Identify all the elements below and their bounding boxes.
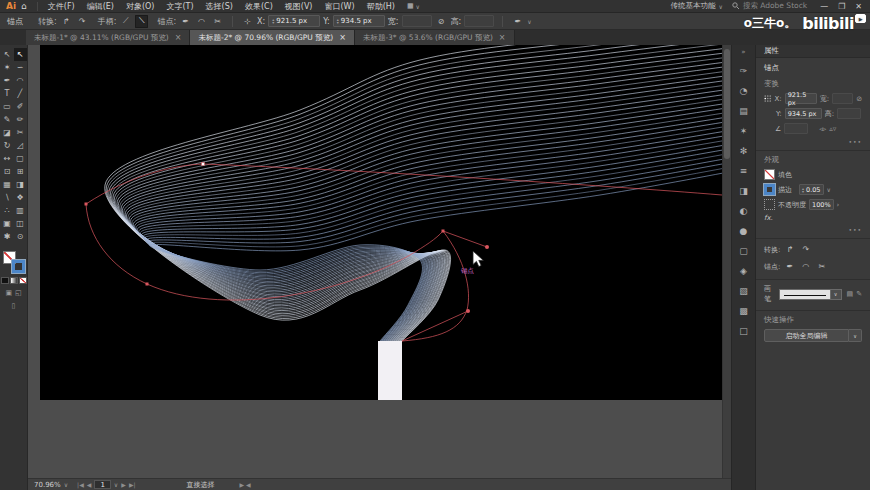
close-tab-icon[interactable]: × — [175, 33, 182, 42]
draw-behind-icon[interactable]: ◱ — [15, 289, 22, 297]
brushes-panel-icon[interactable]: ✻ — [736, 144, 752, 158]
fx-effects-button[interactable]: fx. — [764, 214, 773, 222]
pen-presets-icon[interactable]: ✒ — [511, 15, 524, 28]
stroke-weight-field[interactable]: ▴▾ 0.05 — [799, 184, 824, 195]
magic-wand-tool[interactable]: ✶ — [1, 61, 14, 74]
artboards-panel-icon[interactable]: ▢ — [736, 244, 752, 258]
transparency-panel-icon[interactable]: ◐ — [736, 204, 752, 218]
fill-swatch[interactable] — [764, 169, 775, 180]
unlink-dimensions-icon[interactable]: ⊘ — [856, 95, 862, 103]
menu-item-0[interactable]: 文件(F) — [42, 1, 81, 12]
close-button[interactable]: ✕ — [851, 2, 866, 11]
stepper-icon[interactable]: ▴▾ — [802, 187, 804, 193]
close-tab-icon[interactable]: × — [499, 33, 506, 42]
show-handles-icon[interactable]: ⟋ — [119, 15, 132, 28]
transform-more-options[interactable]: ••• — [764, 138, 862, 145]
appearance-panel-icon[interactable]: ● — [736, 224, 752, 238]
width-tool[interactable]: ↔ — [1, 152, 14, 165]
restore-button[interactable]: ❐ — [834, 2, 849, 11]
menu-item-5[interactable]: 效果(C) — [239, 1, 279, 12]
global-edit-dropdown-icon[interactable]: ∨ — [849, 329, 862, 342]
convert-to-corner-icon[interactable]: ↱ — [60, 15, 73, 28]
rectangle-tool[interactable]: ▭ — [1, 100, 14, 113]
flip-horizontal-icon[interactable]: ◃▹ — [819, 125, 826, 133]
slice-tool[interactable]: ◫ — [14, 217, 27, 230]
y-position-field[interactable]: ▴▾ 934.5 px — [333, 15, 385, 27]
opacity-options-icon[interactable]: › — [837, 201, 840, 209]
opacity-field[interactable]: 100% — [809, 199, 834, 210]
remove-anchor-icon[interactable]: ✒ — [783, 260, 796, 273]
minimize-button[interactable]: — — [816, 2, 832, 11]
cut-path-icon[interactable]: ✂ — [815, 260, 828, 273]
gradient-tool[interactable]: ◨ — [14, 178, 27, 191]
global-edit-button[interactable]: 启动全局编辑 — [764, 329, 849, 342]
stroke-color-swatch[interactable] — [12, 260, 25, 273]
menu-item-4[interactable]: 选择(S) — [200, 1, 239, 12]
mesh-tool[interactable]: ▦ — [1, 178, 14, 191]
stock-search[interactable]: 搜索 Adobe Stock — [732, 1, 807, 11]
stroke-swatch[interactable] — [764, 184, 775, 195]
last-artboard-icon[interactable]: ▶| — [129, 481, 136, 488]
paintbrush-tool[interactable]: ✐ — [14, 100, 27, 113]
screen-mode-icon[interactable]: ▯ — [12, 302, 16, 310]
panel-x-field[interactable]: 921.5 px — [785, 93, 817, 104]
convert-to-smooth-icon[interactable]: ↷ — [799, 243, 812, 256]
curvature-tool[interactable]: ◠ — [14, 74, 27, 87]
rotate-tool[interactable]: ↻ — [1, 139, 14, 152]
stepper-icon[interactable]: ▴▾ — [272, 18, 274, 24]
scrollbar-thumb[interactable] — [724, 49, 730, 159]
line-segment-tool[interactable]: ╱ — [14, 87, 27, 100]
links-panel-icon[interactable]: ▩ — [736, 304, 752, 318]
selection-tool[interactable]: ↖ — [1, 48, 14, 61]
cut-path-icon[interactable]: ✂ — [211, 15, 224, 28]
libraries-panel-icon[interactable]: □ — [736, 324, 752, 338]
menu-item-1[interactable]: 编辑(E) — [81, 1, 120, 12]
symbols-panel-icon[interactable]: ✶ — [736, 124, 752, 138]
zoom-tool[interactable]: ⊙ — [14, 230, 27, 243]
convert-to-corner-icon[interactable]: ↱ — [783, 243, 796, 256]
home-icon[interactable]: ⌂ — [21, 1, 27, 11]
zoom-dropdown-icon[interactable]: ∨ — [64, 481, 68, 488]
color-panel-icon[interactable]: ✑ — [736, 64, 752, 78]
document-tab-2[interactable]: 未标题-2* @ 70.96% (RGB/GPU 预览)× — [190, 30, 354, 45]
x-position-field[interactable]: ▴▾ 921.5 px — [268, 15, 320, 27]
layers-panel-icon[interactable]: ◈ — [736, 264, 752, 278]
gradient-panel-icon[interactable]: ◨ — [736, 184, 752, 198]
artboard-tool[interactable]: ▣ — [1, 217, 14, 230]
menu-item-2[interactable]: 对象(O) — [120, 1, 161, 12]
pencil-tool[interactable]: ✎ — [1, 113, 14, 126]
artboard-number-field[interactable]: 1 — [94, 480, 110, 489]
hand-tool[interactable]: ✱ — [1, 230, 14, 243]
connect-path-icon[interactable]: ◠ — [195, 15, 208, 28]
hide-handles-icon[interactable]: ⟍ — [135, 15, 148, 28]
scissors-tool[interactable]: ✂ — [14, 126, 27, 139]
convert-to-smooth-icon[interactable]: ↷ — [76, 15, 89, 28]
type-tool[interactable]: T — [1, 87, 14, 100]
tab-properties[interactable]: 属性 — [764, 46, 779, 56]
connect-path-icon[interactable]: ◠ — [799, 260, 812, 273]
artboard[interactable] — [40, 45, 722, 400]
stepper-icon[interactable]: ▴▾ — [337, 18, 339, 24]
blob-brush-tool[interactable]: ✏ — [14, 113, 27, 126]
first-artboard-icon[interactable]: |◀ — [77, 481, 84, 488]
eraser-tool[interactable]: ◪ — [1, 126, 14, 139]
stroke-weight-dropdown-icon[interactable]: ∨ — [827, 186, 831, 193]
brush-options-icon[interactable]: ✎ — [856, 290, 862, 298]
document-tab-1[interactable]: 未标题-1* @ 43.11% (RGB/GPU 预览)× — [26, 30, 190, 45]
brush-definition-dropdown[interactable]: ∨ — [779, 289, 842, 300]
menu-item-7[interactable]: 窗口(W) — [318, 1, 360, 12]
canvas-area[interactable]: 锚点 70.96% ∨ |◀ ◀ 1 ∨ ▶ ▶| 直接选择 ▶ ◀ — [28, 45, 731, 490]
swatches-panel-icon[interactable]: ▤ — [736, 104, 752, 118]
asset-export-panel-icon[interactable]: ▧ — [736, 284, 752, 298]
collapse-dock-icon[interactable]: » — [741, 48, 745, 56]
color-guide-panel-icon[interactable]: ◔ — [736, 84, 752, 98]
direct-selection-tool[interactable]: ↖ — [14, 48, 27, 61]
eyedropper-tool[interactable]: ∖ — [1, 191, 14, 204]
symbol-sprayer-tool[interactable]: ∴ — [1, 204, 14, 217]
remove-anchor-icon[interactable]: ✒ — [179, 15, 192, 28]
flip-vertical-icon[interactable]: ▵▿ — [829, 125, 836, 133]
reference-point-locator-icon[interactable] — [764, 94, 772, 103]
opacity-swatch-icon[interactable] — [764, 199, 775, 210]
close-tab-icon[interactable]: × — [339, 33, 346, 42]
constrain-proportions-icon[interactable]: ⊘ — [435, 15, 448, 28]
